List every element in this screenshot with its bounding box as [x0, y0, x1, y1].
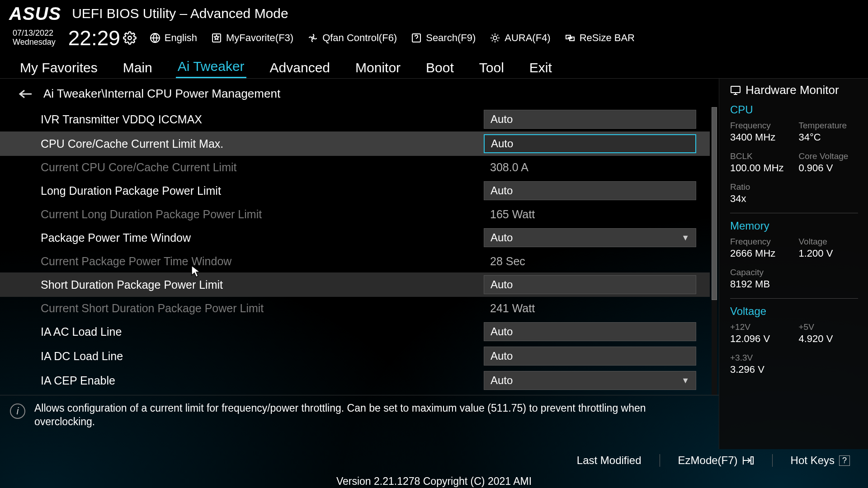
svg-rect-8	[731, 86, 740, 93]
footer-divider	[660, 454, 660, 467]
tab-monitor[interactable]: Monitor	[354, 57, 402, 78]
setting-value-input[interactable]: Auto▼	[484, 228, 696, 247]
header-bar: ASUS UEFI BIOS Utility – Advanced Mode	[0, 0, 868, 25]
statusbar-item-globe[interactable]: English	[149, 32, 197, 44]
setting-value-input[interactable]: Auto	[484, 110, 696, 129]
setting-row[interactable]: IA AC Load LineAuto	[0, 319, 710, 344]
hw-cpu-temp-value: 34°C	[799, 131, 859, 143]
setting-row[interactable]: Long Duration Package Power LimitAuto	[0, 178, 710, 203]
hw-cpu-cv-label: Core Voltage	[799, 151, 859, 161]
tab-tool[interactable]: Tool	[477, 57, 506, 78]
tab-ai-tweaker[interactable]: Ai Tweaker	[176, 56, 246, 78]
globe-icon	[149, 32, 161, 44]
hw-cpu-freq-value: 3400 MHz	[730, 131, 790, 143]
tab-exit[interactable]: Exit	[528, 57, 554, 78]
hw-v12-value: 12.096 V	[730, 333, 790, 345]
setting-label: IA CEP Enable	[41, 374, 484, 387]
hw-v33-label: +3.3V	[730, 353, 790, 363]
back-arrow-icon[interactable]	[18, 89, 36, 99]
help-icon	[410, 32, 422, 44]
setting-label: Current Long Duration Package Power Limi…	[41, 208, 484, 221]
scrollbar[interactable]	[712, 107, 717, 395]
aura-icon	[489, 32, 501, 44]
hw-mem-freq-label: Frequency	[730, 237, 790, 247]
clock-display[interactable]: 22:29	[68, 26, 137, 50]
setting-value-input[interactable]: Auto	[484, 275, 696, 294]
version-text: Version 2.21.1278 Copyright (C) 2021 AMI	[0, 472, 868, 488]
hotkeys-button[interactable]: Hot Keys ?	[791, 454, 850, 467]
tab-advanced[interactable]: Advanced	[268, 57, 332, 78]
hw-cpu-ratio-label: Ratio	[730, 182, 790, 192]
svg-rect-9	[751, 457, 753, 464]
hw-mem-volt-label: Voltage	[799, 237, 859, 247]
setting-label: CPU Core/Cache Current Limit Max.	[41, 137, 484, 150]
setting-value-input[interactable]: Auto	[484, 322, 696, 341]
hw-v5-label: +5V	[799, 322, 859, 332]
setting-value-input[interactable]: Auto	[484, 181, 696, 200]
statusbar-label: MyFavorite(F3)	[226, 32, 293, 44]
setting-label: IVR Transmitter VDDQ ICCMAX	[41, 113, 484, 126]
setting-row[interactable]: CPU Core/Cache Current Limit Max.Auto	[0, 131, 710, 156]
content-pane: Ai Tweaker\Internal CPU Power Management…	[0, 79, 719, 449]
statusbar-label: ReSize BAR	[580, 32, 635, 44]
setting-value-readonly: 28 Sec	[484, 255, 696, 268]
star-icon	[211, 32, 222, 44]
statusbar-item-resize[interactable]: ReSize BAR	[564, 32, 635, 44]
setting-label: Current Short Duration Package Power Lim…	[41, 302, 484, 315]
svg-point-3	[312, 37, 314, 39]
setting-row[interactable]: IVR Transmitter VDDQ ICCMAXAuto	[0, 107, 710, 131]
help-text: Allows configuration of a current limit …	[34, 402, 687, 429]
hw-cpu-temp-label: Temperature	[799, 121, 859, 131]
clock-time: 22:29	[68, 26, 120, 50]
statusbar-item-star[interactable]: MyFavorite(F3)	[211, 32, 293, 44]
hw-mem-cap-label: Capacity	[730, 267, 790, 277]
setting-value-input[interactable]: Auto	[484, 134, 696, 153]
setting-row[interactable]: IA CEP EnableAuto▼	[0, 368, 710, 393]
setting-value-readonly: 308.0 A	[484, 161, 696, 174]
ezmode-button[interactable]: EzMode(F7)	[678, 454, 754, 467]
hw-v12-label: +12V	[730, 322, 790, 332]
statusbar-item-help[interactable]: Search(F9)	[410, 32, 476, 44]
statusbar-item-fan[interactable]: Qfan Control(F6)	[307, 32, 397, 44]
setting-value-input[interactable]: Auto	[484, 347, 696, 366]
hw-mem-cap-value: 8192 MB	[730, 278, 790, 290]
tab-main[interactable]: Main	[121, 57, 154, 78]
tab-my-favorites[interactable]: My Favorites	[18, 57, 99, 78]
question-icon: ?	[839, 455, 850, 466]
setting-value-readonly: 241 Watt	[484, 302, 696, 315]
setting-row[interactable]: Short Duration Package Power LimitAuto	[0, 272, 710, 297]
scroll-thumb[interactable]	[712, 107, 717, 300]
hw-v33-value: 3.296 V	[730, 364, 790, 375]
hw-cpu-bclk-value: 100.00 MHz	[730, 162, 790, 174]
date-label: 07/13/2022	[13, 29, 56, 38]
setting-label: Short Duration Package Power Limit	[41, 278, 484, 291]
setting-row: Current Short Duration Package Power Lim…	[0, 297, 710, 319]
fan-icon	[307, 32, 319, 44]
setting-label: IA DC Load Line	[41, 350, 484, 363]
footer-bar: Last Modified EzMode(F7) Hot Keys ?	[0, 449, 868, 472]
hw-mem-heading: Memory	[730, 220, 858, 232]
setting-value-readonly: 165 Watt	[484, 208, 696, 221]
hw-cpu-freq-label: Frequency	[730, 121, 790, 131]
statusbar-item-aura[interactable]: AURA(F4)	[489, 32, 550, 44]
setting-row[interactable]: Package Power Time WindowAuto▼	[0, 225, 710, 250]
svg-point-0	[128, 36, 132, 40]
status-bar: 07/13/2022 Wednesday 22:29 EnglishMyFavo…	[0, 25, 868, 53]
statusbar-label: Search(F9)	[426, 32, 476, 44]
info-icon: i	[10, 404, 25, 419]
hw-cpu-cv-value: 0.906 V	[799, 162, 859, 174]
setting-value-input[interactable]: Auto▼	[484, 371, 696, 390]
setting-label: Package Power Time Window	[41, 231, 484, 244]
last-modified-button[interactable]: Last Modified	[577, 454, 642, 467]
svg-point-5	[493, 36, 497, 40]
statusbar-label: Qfan Control(F6)	[322, 32, 397, 44]
hw-mem-volt-value: 1.200 V	[799, 248, 859, 259]
hw-cpu-ratio-value: 34x	[730, 193, 790, 205]
gear-icon[interactable]	[123, 31, 137, 45]
app-title: UEFI BIOS Utility – Advanced Mode	[72, 6, 288, 21]
setting-row[interactable]: IA DC Load LineAuto	[0, 344, 710, 368]
tab-boot[interactable]: Boot	[424, 57, 456, 78]
hardware-monitor-panel: Hardware Monitor CPU Frequency3400 MHz T…	[719, 79, 868, 449]
setting-label: IA AC Load Line	[41, 325, 484, 338]
help-panel: i Allows configuration of a current limi…	[0, 395, 719, 449]
